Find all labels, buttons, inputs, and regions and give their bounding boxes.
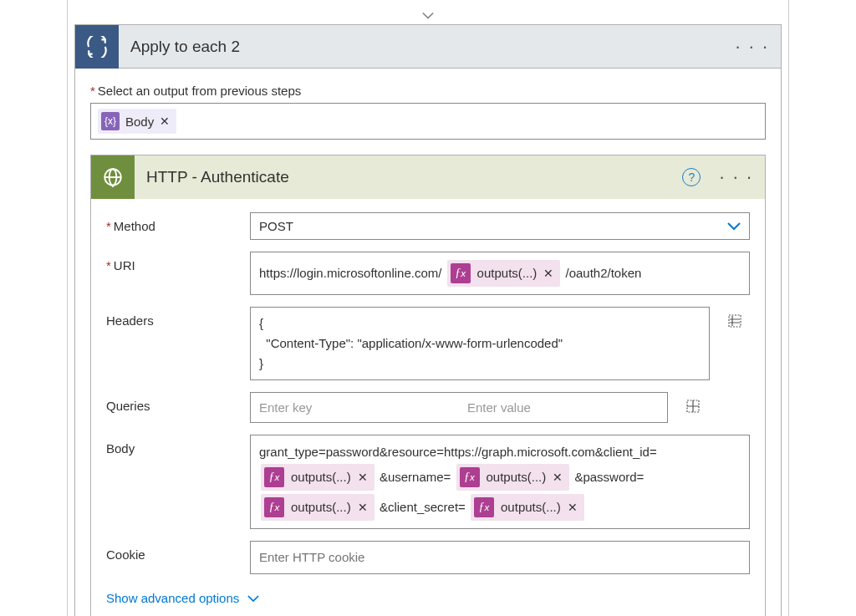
body-username-token[interactable]: ƒxoutputs(...)✕ (456, 464, 570, 491)
fx-icon: ƒx (264, 467, 284, 487)
help-icon[interactable]: ? (682, 168, 701, 186)
apply-to-each-title: Apply to each 2 (119, 38, 723, 56)
uri-expression-token[interactable]: ƒx outputs(...) ✕ (447, 260, 561, 287)
select-output-label: *Select an output from previous steps (90, 84, 766, 98)
uri-input[interactable]: https://login.microsoftonline.com/ ƒx ou… (250, 252, 750, 295)
remove-token-button[interactable]: ✕ (160, 115, 170, 128)
chevron-down-icon (247, 591, 259, 605)
fx-icon: ƒx (474, 497, 494, 517)
variable-icon: {x} (101, 112, 120, 130)
remove-token-button[interactable]: ✕ (358, 468, 368, 486)
remove-token-button[interactable]: ✕ (543, 264, 553, 283)
remove-token-button[interactable]: ✕ (553, 468, 563, 486)
body-token[interactable]: {x} Body ✕ (98, 109, 176, 134)
loop-icon (75, 25, 119, 69)
body-secret-token[interactable]: ƒxoutputs(...)✕ (471, 494, 584, 521)
body-password-token[interactable]: ƒxoutputs(...)✕ (261, 494, 374, 521)
body-input[interactable]: grant_type=password&resource=https://gra… (250, 435, 750, 529)
select-output-input[interactable]: {x} Body ✕ (90, 103, 766, 140)
fx-icon: ƒx (264, 497, 284, 517)
http-menu-button[interactable]: · · · (707, 166, 765, 188)
apply-to-each-menu-button[interactable]: · · · (723, 36, 781, 58)
headers-input[interactable]: { "Content-Type": "application/x-www-for… (250, 307, 710, 380)
method-dropdown[interactable]: POST (250, 212, 750, 240)
headers-label: Headers (106, 307, 240, 328)
http-authenticate-card: HTTP - Authenticate ? · · · *Method POST (90, 155, 766, 616)
svg-rect-2 (729, 315, 741, 327)
method-label: *Method (106, 212, 240, 233)
globe-icon (91, 155, 135, 199)
chevron-down-icon (727, 219, 741, 233)
remove-token-button[interactable]: ✕ (568, 498, 578, 517)
show-advanced-options-button[interactable]: Show advanced options (106, 586, 259, 610)
queries-label: Queries (106, 392, 240, 413)
queries-switch-mode-button[interactable] (678, 392, 708, 416)
body-label: Body (106, 435, 240, 456)
cookie-input[interactable] (250, 541, 750, 574)
headers-switch-mode-button[interactable] (720, 307, 750, 331)
body-clientid-token[interactable]: ƒxoutputs(...)✕ (261, 464, 374, 491)
queries-row (250, 392, 668, 423)
cookie-label: Cookie (106, 541, 240, 562)
flow-arrow-icon (74, 8, 782, 24)
query-key-input[interactable] (251, 393, 459, 422)
http-header[interactable]: HTTP - Authenticate ? · · · (91, 155, 765, 199)
fx-icon: ƒx (460, 467, 480, 487)
apply-to-each-card: Apply to each 2 · · · *Select an output … (74, 24, 782, 616)
fx-icon: ƒx (451, 263, 471, 283)
http-title: HTTP - Authenticate (135, 168, 682, 186)
query-value-input[interactable] (459, 393, 667, 422)
remove-token-button[interactable]: ✕ (358, 498, 368, 517)
apply-to-each-header[interactable]: Apply to each 2 · · · (75, 25, 781, 69)
uri-label: *URI (106, 252, 240, 272)
